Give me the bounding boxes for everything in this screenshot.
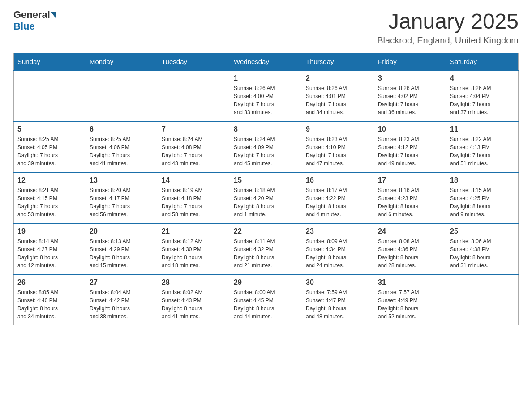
day-number: 16 xyxy=(306,176,370,184)
day-info: Sunrise: 8:13 AM Sunset: 4:29 PM Dayligh… xyxy=(90,237,154,270)
day-number: 24 xyxy=(378,227,442,235)
day-info: Sunrise: 8:24 AM Sunset: 4:08 PM Dayligh… xyxy=(162,135,226,167)
calendar-day-cell: 31Sunrise: 7:57 AM Sunset: 4:49 PM Dayli… xyxy=(374,274,446,325)
day-number: 30 xyxy=(306,278,370,287)
calendar-day-cell: 6Sunrise: 8:25 AM Sunset: 4:06 PM Daylig… xyxy=(86,121,158,172)
calendar-day-cell: 18Sunrise: 8:15 AM Sunset: 4:25 PM Dayli… xyxy=(446,172,519,223)
calendar-day-cell: 2Sunrise: 8:26 AM Sunset: 4:01 PM Daylig… xyxy=(302,70,374,121)
day-info: Sunrise: 8:16 AM Sunset: 4:23 PM Dayligh… xyxy=(378,186,442,218)
calendar-day-cell: 10Sunrise: 8:23 AM Sunset: 4:12 PM Dayli… xyxy=(374,121,446,172)
day-number: 15 xyxy=(234,176,298,184)
day-number: 10 xyxy=(378,125,442,133)
day-info: Sunrise: 8:08 AM Sunset: 4:36 PM Dayligh… xyxy=(378,237,442,270)
day-of-week-header: Wednesday xyxy=(230,53,302,71)
calendar-day-cell: 25Sunrise: 8:06 AM Sunset: 4:38 PM Dayli… xyxy=(446,223,519,274)
day-number: 11 xyxy=(450,125,515,133)
day-number: 13 xyxy=(90,176,154,184)
day-info: Sunrise: 8:17 AM Sunset: 4:22 PM Dayligh… xyxy=(306,186,370,218)
calendar-day-cell: 21Sunrise: 8:12 AM Sunset: 4:30 PM Dayli… xyxy=(158,223,230,274)
calendar-day-cell: 23Sunrise: 8:09 AM Sunset: 4:34 PM Dayli… xyxy=(302,223,374,274)
calendar-day-cell: 11Sunrise: 8:22 AM Sunset: 4:13 PM Dayli… xyxy=(446,121,519,172)
calendar-week-row: 1Sunrise: 8:26 AM Sunset: 4:00 PM Daylig… xyxy=(14,70,519,121)
day-number: 18 xyxy=(450,176,515,184)
day-number: 19 xyxy=(17,227,82,235)
location: Blackrod, England, United Kingdom xyxy=(377,35,519,46)
calendar-day-cell: 16Sunrise: 8:17 AM Sunset: 4:22 PM Dayli… xyxy=(302,172,374,223)
day-number: 20 xyxy=(90,227,154,235)
day-info: Sunrise: 8:09 AM Sunset: 4:34 PM Dayligh… xyxy=(306,237,370,270)
calendar-day-cell: 29Sunrise: 8:00 AM Sunset: 4:45 PM Dayli… xyxy=(230,274,302,325)
calendar-day-cell: 30Sunrise: 7:59 AM Sunset: 4:47 PM Dayli… xyxy=(302,274,374,325)
day-number: 6 xyxy=(90,125,154,133)
calendar-week-row: 26Sunrise: 8:05 AM Sunset: 4:40 PM Dayli… xyxy=(14,274,519,325)
day-number: 8 xyxy=(234,125,298,133)
day-number: 4 xyxy=(450,74,515,82)
day-info: Sunrise: 8:21 AM Sunset: 4:15 PM Dayligh… xyxy=(17,186,82,218)
calendar-day-cell: 9Sunrise: 8:23 AM Sunset: 4:10 PM Daylig… xyxy=(302,121,374,172)
day-number: 2 xyxy=(306,74,370,82)
calendar-day-cell: 14Sunrise: 8:19 AM Sunset: 4:18 PM Dayli… xyxy=(158,172,230,223)
calendar-day-cell: 26Sunrise: 8:05 AM Sunset: 4:40 PM Dayli… xyxy=(14,274,86,325)
day-number: 12 xyxy=(17,176,82,184)
day-of-week-header: Friday xyxy=(374,53,446,71)
day-info: Sunrise: 8:24 AM Sunset: 4:09 PM Dayligh… xyxy=(234,135,298,167)
calendar-day-cell: 1Sunrise: 8:26 AM Sunset: 4:00 PM Daylig… xyxy=(230,70,302,121)
day-info: Sunrise: 8:15 AM Sunset: 4:25 PM Dayligh… xyxy=(450,186,515,218)
calendar-day-cell: 12Sunrise: 8:21 AM Sunset: 4:15 PM Dayli… xyxy=(14,172,86,223)
day-number: 23 xyxy=(306,227,370,235)
day-number: 26 xyxy=(17,278,82,287)
day-info: Sunrise: 8:23 AM Sunset: 4:12 PM Dayligh… xyxy=(378,135,442,167)
day-number: 27 xyxy=(90,278,154,287)
day-number: 3 xyxy=(378,74,442,82)
day-info: Sunrise: 8:23 AM Sunset: 4:10 PM Dayligh… xyxy=(306,135,370,167)
calendar-day-cell: 13Sunrise: 8:20 AM Sunset: 4:17 PM Dayli… xyxy=(86,172,158,223)
day-info: Sunrise: 8:14 AM Sunset: 4:27 PM Dayligh… xyxy=(17,237,82,270)
day-number: 17 xyxy=(378,176,442,184)
calendar-day-cell xyxy=(14,70,86,121)
day-info: Sunrise: 8:00 AM Sunset: 4:45 PM Dayligh… xyxy=(234,288,298,321)
day-number: 21 xyxy=(162,227,226,235)
day-info: Sunrise: 8:26 AM Sunset: 4:00 PM Dayligh… xyxy=(234,84,298,116)
day-info: Sunrise: 8:02 AM Sunset: 4:43 PM Dayligh… xyxy=(162,288,226,321)
day-info: Sunrise: 8:18 AM Sunset: 4:20 PM Dayligh… xyxy=(234,186,298,218)
day-info: Sunrise: 8:22 AM Sunset: 4:13 PM Dayligh… xyxy=(450,135,515,167)
day-info: Sunrise: 8:25 AM Sunset: 4:05 PM Dayligh… xyxy=(17,135,82,167)
day-info: Sunrise: 8:20 AM Sunset: 4:17 PM Dayligh… xyxy=(90,186,154,218)
day-number: 29 xyxy=(234,278,298,287)
day-info: Sunrise: 8:12 AM Sunset: 4:30 PM Dayligh… xyxy=(162,237,226,270)
calendar-week-row: 12Sunrise: 8:21 AM Sunset: 4:15 PM Dayli… xyxy=(14,172,519,223)
calendar-day-cell: 3Sunrise: 8:26 AM Sunset: 4:02 PM Daylig… xyxy=(374,70,446,121)
logo: General Blue xyxy=(13,9,56,32)
day-number: 1 xyxy=(234,74,298,82)
calendar-day-cell xyxy=(86,70,158,121)
calendar-day-cell: 24Sunrise: 8:08 AM Sunset: 4:36 PM Dayli… xyxy=(374,223,446,274)
day-info: Sunrise: 7:59 AM Sunset: 4:47 PM Dayligh… xyxy=(306,288,370,321)
calendar-day-cell xyxy=(158,70,230,121)
calendar-week-row: 5Sunrise: 8:25 AM Sunset: 4:05 PM Daylig… xyxy=(14,121,519,172)
calendar-day-cell: 28Sunrise: 8:02 AM Sunset: 4:43 PM Dayli… xyxy=(158,274,230,325)
day-number: 9 xyxy=(306,125,370,133)
day-number: 22 xyxy=(234,227,298,235)
month-title: January 2025 xyxy=(377,9,519,34)
logo-general-text: General xyxy=(13,9,50,21)
logo-arrow-icon xyxy=(51,12,56,18)
day-number: 7 xyxy=(162,125,226,133)
day-info: Sunrise: 8:25 AM Sunset: 4:06 PM Dayligh… xyxy=(90,135,154,167)
day-number: 28 xyxy=(162,278,226,287)
day-of-week-header: Sunday xyxy=(14,53,86,71)
day-info: Sunrise: 8:26 AM Sunset: 4:04 PM Dayligh… xyxy=(450,84,515,116)
day-of-week-header: Thursday xyxy=(302,53,374,71)
day-info: Sunrise: 8:06 AM Sunset: 4:38 PM Dayligh… xyxy=(450,237,515,270)
calendar-day-cell: 27Sunrise: 8:04 AM Sunset: 4:42 PM Dayli… xyxy=(86,274,158,325)
calendar-table: SundayMondayTuesdayWednesdayThursdayFrid… xyxy=(13,53,519,325)
day-info: Sunrise: 8:04 AM Sunset: 4:42 PM Dayligh… xyxy=(90,288,154,321)
page-header: General Blue January 2025 Blackrod, Engl… xyxy=(13,9,519,46)
calendar-day-cell: 4Sunrise: 8:26 AM Sunset: 4:04 PM Daylig… xyxy=(446,70,519,121)
day-of-week-header: Monday xyxy=(86,53,158,71)
day-of-week-header: Tuesday xyxy=(158,53,230,71)
calendar-day-cell: 7Sunrise: 8:24 AM Sunset: 4:08 PM Daylig… xyxy=(158,121,230,172)
calendar-day-cell: 15Sunrise: 8:18 AM Sunset: 4:20 PM Dayli… xyxy=(230,172,302,223)
logo-blue-text: Blue xyxy=(13,21,35,32)
calendar-day-cell: 22Sunrise: 8:11 AM Sunset: 4:32 PM Dayli… xyxy=(230,223,302,274)
day-info: Sunrise: 8:26 AM Sunset: 4:01 PM Dayligh… xyxy=(306,84,370,116)
